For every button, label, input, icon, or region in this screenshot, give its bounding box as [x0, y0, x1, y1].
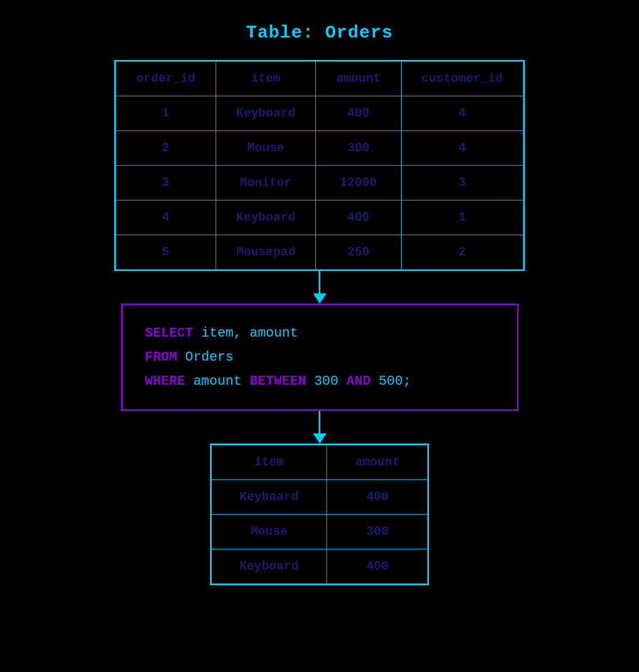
sql-line3-mid: amount	[185, 374, 250, 389]
sql-line3-val1: 300	[306, 374, 347, 389]
arrow-line-2	[319, 411, 320, 433]
table-cell: 300	[316, 131, 401, 166]
table-cell: 400	[316, 96, 401, 131]
table-cell: Keyboard	[211, 479, 327, 514]
table-cell: Mouse	[216, 131, 316, 166]
col-order-id: order_id	[116, 62, 216, 96]
sql-box: SELECT item, amount FROM Orders WHERE am…	[121, 304, 519, 411]
arrow-line-1	[319, 271, 320, 293]
sql-line3-val2: 500;	[371, 374, 411, 389]
result-table: item amount Keyboard400Mouse300Keyboard4…	[211, 445, 428, 584]
table-cell: 2	[401, 235, 523, 270]
table-cell: Mousepad	[216, 235, 316, 270]
sql-line-1: SELECT item, amount	[145, 321, 495, 345]
top-table-wrapper: order_id item amount customer_id 1Keyboa…	[114, 60, 525, 271]
table-cell: 5	[116, 235, 216, 270]
arrow-1	[313, 271, 327, 304]
table-header-row: order_id item amount customer_id	[116, 62, 524, 96]
table-cell: 3	[401, 166, 523, 200]
orders-table: order_id item amount customer_id 1Keyboa…	[115, 61, 524, 270]
sql-select-keyword: SELECT	[145, 325, 193, 340]
sql-where-keyword: WHERE	[145, 374, 185, 389]
sql-line-2: FROM Orders	[145, 345, 495, 369]
table-cell: 1	[401, 200, 523, 235]
table-row: 5Mousepad2502	[116, 235, 524, 270]
table-row: Keyboard400	[211, 549, 428, 584]
table-cell: 4	[401, 131, 523, 166]
table-cell: 4	[401, 96, 523, 131]
sql-line1-rest: item, amount	[193, 325, 298, 340]
table-row: Keyboard400	[211, 479, 428, 514]
sql-and-keyword: AND	[347, 374, 371, 389]
table-cell: 2	[116, 131, 216, 166]
table-cell: Keyboard	[211, 549, 327, 584]
table-cell: Keyboard	[216, 200, 316, 235]
table-row: 4Keyboard4001	[116, 200, 524, 235]
result-table-wrapper: item amount Keyboard400Mouse300Keyboard4…	[210, 444, 430, 585]
table-cell: 1	[116, 96, 216, 131]
arrow-head-2	[313, 433, 327, 444]
col-customer-id: customer_id	[401, 62, 523, 96]
table-cell: 3	[116, 166, 216, 200]
arrow-2	[313, 411, 327, 444]
sql-between-keyword: BETWEEN	[250, 374, 306, 389]
table-cell: 12000	[316, 166, 401, 200]
table-row: 2Mouse3004	[116, 131, 524, 166]
col-item: item	[216, 62, 316, 96]
sql-from-keyword: FROM	[145, 349, 178, 365]
table-row: 3Monitor120003	[116, 166, 524, 200]
sql-line2-rest: Orders	[177, 349, 234, 365]
table-cell: 400	[316, 200, 401, 235]
table-row: Mouse300	[211, 514, 428, 549]
result-col-item: item	[211, 445, 327, 479]
table-cell: 300	[327, 514, 428, 549]
table-cell: 400	[327, 549, 428, 584]
table-cell: 4	[116, 200, 216, 235]
arrow-head-1	[313, 293, 327, 304]
table-cell: 250	[316, 235, 401, 270]
table-cell: 400	[327, 479, 428, 514]
table-cell: Mouse	[211, 514, 327, 549]
col-amount: amount	[316, 62, 401, 96]
page-title: Table: Orders	[246, 22, 393, 43]
table-cell: Keyboard	[216, 96, 316, 131]
table-row: 1Keyboard4004	[116, 96, 524, 131]
result-col-amount: amount	[327, 445, 428, 479]
sql-line-3: WHERE amount BETWEEN 300 AND 500;	[145, 369, 495, 393]
table-cell: Monitor	[216, 166, 316, 200]
result-header-row: item amount	[211, 445, 428, 479]
